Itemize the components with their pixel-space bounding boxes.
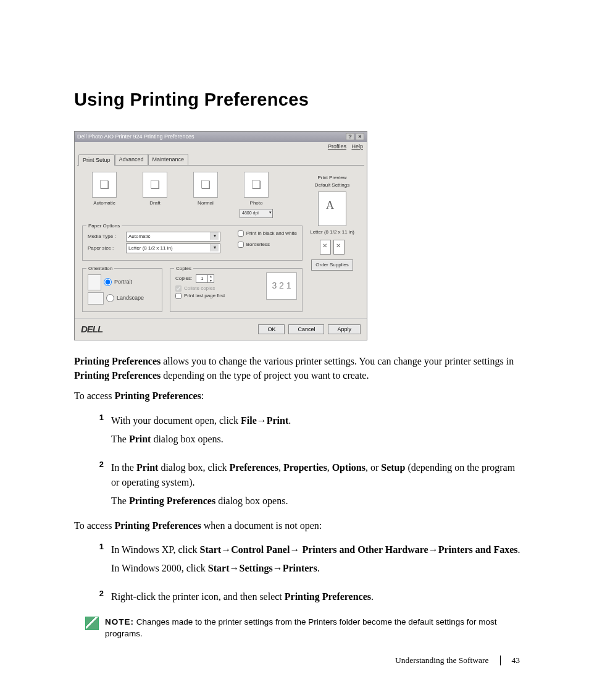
close-icon[interactable]: × [356,133,364,140]
section-title: Understanding the Software [395,654,488,667]
tabs: Print Setup Advanced Maintenance [75,152,367,166]
paper-size-select[interactable]: Letter (8 1/2 x 11 in) [126,243,220,253]
dialog-title: Dell Photo AIO Printer 924 Printing Pref… [77,133,194,141]
borderless-checkbox[interactable] [238,242,244,248]
dell-logo: DELL [81,323,102,337]
paper-size-label: Paper size : [88,245,122,252]
tab-print-setup[interactable]: Print Setup [78,154,115,166]
page-heading: Using Printing Preferences [74,86,521,114]
media-type-select[interactable]: Automatic [126,232,220,242]
collate-checkbox[interactable] [175,285,182,292]
preview-icon [318,192,346,226]
orientation: Orientation Portrait Landscape [82,268,162,312]
menu-profiles[interactable]: Profiles [328,143,346,150]
portrait-radio[interactable] [104,278,112,286]
cancel-button[interactable]: Cancel [288,324,324,334]
order-supplies-button[interactable]: Order Supplies [311,259,353,271]
default-settings-link[interactable]: Default Settings [304,182,361,189]
paper-options: Paper Options Media Type : Automatic Pap… [82,226,303,261]
cartridge-icon [320,240,331,255]
menubar: Profiles Help [75,142,367,152]
quality-photo[interactable]: ❏Photo4800 dpi [235,172,277,218]
tab-maintenance[interactable]: Maintenance [148,154,189,166]
quality-normal[interactable]: ❏Normal [185,172,227,218]
media-type-label: Media Type : [88,233,122,240]
quality-automatic[interactable]: ❏Automatic [83,172,125,218]
steps-2: 1 In Windows XP, click Start→Control Pan… [94,539,521,608]
photo-dpi-select[interactable]: 4800 dpi [240,209,273,218]
lastpage-checkbox[interactable] [175,293,182,299]
quality-row: ❏Automatic ❏Draft ❏Normal ❏Photo4800 dpi [81,168,304,222]
copies: Copies Copies: 1▴▾ Collate copies Print … [170,268,303,312]
paper-preview-label: Letter (8 1/2 x 11 in) [304,229,361,236]
apply-button[interactable]: Apply [328,324,361,334]
printing-preferences-dialog: Dell Photo AIO Printer 924 Printing Pref… [74,131,367,341]
page-footer: Understanding the Software 43 [395,654,520,667]
help-icon[interactable]: ? [346,133,354,140]
access-para-2: To access Printing Preferences when a do… [74,518,521,533]
print-preview-link[interactable]: Print Preview [304,174,361,182]
access-para: To access Printing Preferences: [74,389,521,403]
cartridge-icon [333,240,345,255]
menu-help[interactable]: Help [351,143,363,150]
landscape-icon [88,292,104,305]
bw-checkbox[interactable] [238,230,244,237]
steps-1: 1 With your document open, click File→Pr… [94,410,521,512]
portrait-icon [88,274,101,290]
note: NOTE: Changes made to the printer settin… [85,617,521,640]
page-number: 43 [512,654,520,667]
copies-preview-icon: 3 2 1 [266,272,297,300]
landscape-radio[interactable] [106,294,114,302]
quality-draft[interactable]: ❏Draft [134,172,176,218]
copies-spinner[interactable]: 1▴▾ [196,274,214,283]
ok-button[interactable]: OK [258,324,285,334]
tab-advanced[interactable]: Advanced [115,154,148,166]
titlebar: Dell Photo AIO Printer 924 Printing Pref… [75,132,367,143]
note-icon [85,617,99,630]
intro-para: Printing Preferences allows you to chang… [74,354,521,382]
